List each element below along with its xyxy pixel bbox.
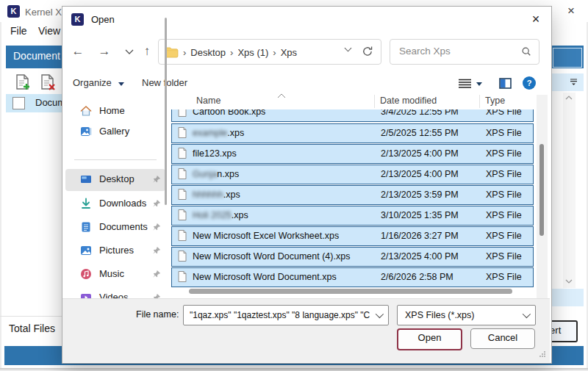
search-icon[interactable] (521, 46, 531, 57)
column-type[interactable]: Type (485, 96, 505, 106)
file-type-value: XPS Files (*.xps) (405, 310, 474, 320)
file-name: New Microsoft Word Document.xps (193, 272, 337, 282)
file-name-combobox[interactable]: "1qaz.xps" "1qaztest.xps" "8 language.xp… (183, 305, 389, 325)
file-row[interactable]: New Microsoft Word Document (4).xps2/13/… (171, 247, 534, 267)
breadcrumb-item[interactable]: Xps (281, 47, 297, 58)
up-icon[interactable]: ↑ (137, 42, 157, 61)
recent-locations-icon[interactable] (120, 42, 139, 61)
file-name-text: Cartoon Book.xps (193, 109, 265, 117)
preview-pane-icon[interactable] (499, 77, 512, 90)
file-type-dropdown[interactable]: XPS Files (*.xps) (397, 305, 536, 325)
sidebar-scrollbar[interactable] (165, 18, 167, 205)
search-placeholder: Search Xps (399, 46, 451, 57)
organize-dropdown-icon[interactable] (118, 82, 124, 86)
sidebar-item-videos[interactable]: Videos (65, 287, 165, 298)
music-icon (80, 268, 92, 280)
help-icon[interactable]: ? (523, 76, 536, 90)
app-close-icon[interactable]: × (561, 3, 581, 19)
breadcrumb-item[interactable]: Xps (1) (237, 47, 268, 58)
open-button[interactable]: Open (397, 328, 462, 350)
dialog-close-icon[interactable]: × (524, 9, 548, 29)
file-row[interactable]: New Microsoft Excel Worksheet.xps1/16/20… (171, 226, 534, 246)
refresh-icon[interactable] (362, 46, 373, 57)
resize-grip-icon[interactable] (539, 350, 546, 358)
file-row[interactable]: example.xps2/5/2025 12:55 PMXPS File (171, 123, 534, 143)
view-dropdown-icon[interactable] (476, 82, 482, 86)
file-name-text: n.xps (217, 169, 239, 179)
sidebar-item-music[interactable]: Music (65, 264, 165, 284)
sidebar-item-downloads[interactable]: Downloads (65, 193, 165, 214)
forward-icon[interactable]: → (95, 42, 114, 61)
scroll-down-icon[interactable] (565, 279, 573, 285)
column-divider[interactable] (374, 95, 375, 108)
menu-view[interactable]: View (38, 25, 60, 37)
column-name[interactable]: Name (196, 96, 220, 106)
app-vertical-scrollbar[interactable] (563, 93, 576, 288)
file-row[interactable]: Holi 2025.xps3/10/2025 1:35 PMXPS File (171, 206, 534, 226)
column-divider[interactable] (479, 95, 480, 108)
list-horizontal-scrollbar[interactable] (189, 289, 512, 294)
header-action-button[interactable] (553, 48, 582, 68)
file-date-modified: 2/5/2025 12:55 PM (381, 128, 459, 138)
pin-icon (152, 246, 161, 255)
address-bar[interactable]: ›Desktop›Xps (1)›Xps (158, 39, 381, 65)
row-checkbox[interactable] (12, 97, 25, 109)
column-date-modified[interactable]: Date modified (380, 96, 437, 106)
file-date-modified: 3/10/2025 1:35 PM (381, 210, 459, 220)
sidebar-item-pictures[interactable]: Pictures (65, 240, 165, 261)
sidebar-item-label: Home (99, 105, 125, 116)
file-row[interactable]: New Microsoft Word Document.xps2/6/2026 … (171, 267, 534, 287)
sidebar-item-label: Documents (99, 221, 148, 232)
file-name-text: .xps (232, 210, 248, 220)
breadcrumb-item[interactable]: Desktop (190, 47, 226, 58)
file-row[interactable]: file123.xps2/13/2025 4:00 PMXPS File (171, 144, 534, 164)
organize-button[interactable]: Organize (73, 77, 112, 88)
file-type: XPS File (486, 210, 522, 220)
file-icon (178, 109, 187, 117)
redacted-text: example (193, 128, 227, 138)
sidebar-item-label: Videos (99, 292, 129, 298)
cancel-button[interactable]: Cancel (470, 328, 535, 349)
column-options-icon[interactable] (569, 77, 578, 87)
file-type: XPS File (486, 272, 522, 282)
file-name: Holi 2025.xps (193, 210, 248, 220)
file-name-text: New Microsoft Excel Worksheet.xps (193, 231, 339, 241)
back-icon[interactable]: ← (68, 42, 87, 61)
address-dropdown-icon[interactable] (344, 47, 352, 52)
sidebar-item-documents[interactable]: Documents (65, 217, 165, 237)
menu-file[interactable]: File (10, 25, 27, 37)
file-name: New Microsoft Excel Worksheet.xps (193, 231, 339, 241)
sidebar-item-label: Gallery (99, 126, 129, 137)
sidebar-item-gallery[interactable]: Gallery (65, 121, 165, 142)
add-file-icon[interactable] (15, 73, 31, 91)
pin-icon (152, 199, 161, 208)
pictures-icon (80, 245, 92, 256)
chevron-down-icon[interactable] (523, 310, 531, 318)
file-type: XPS File (486, 128, 522, 138)
total-files-label: Total Files (9, 323, 55, 334)
file-row[interactable]: Gunjan.xps2/13/2025 4:00 PMXPS File (171, 165, 534, 184)
file-icon (178, 209, 187, 220)
list-scrollbar-thumb[interactable] (539, 144, 544, 236)
file-row[interactable]: Cartoon Book.xps3/4/2025 12:55 PMXPS Fil… (171, 109, 534, 122)
dialog-footer: File name: "1qaz.xps" "1qaztest.xps" "8 … (62, 298, 550, 362)
search-input[interactable]: Search Xps (390, 39, 539, 65)
file-date-modified: 2/13/2025 4:00 PM (381, 148, 459, 159)
chevron-down-icon[interactable] (376, 310, 384, 318)
view-mode-icon[interactable] (458, 79, 472, 89)
home-icon (80, 105, 92, 117)
remove-file-icon[interactable] (40, 73, 56, 91)
file-name-text: New Microsoft Word Document.xps (193, 272, 337, 282)
videos-icon (80, 292, 92, 298)
scroll-up-icon[interactable] (565, 96, 573, 101)
desktop-icon (80, 173, 92, 185)
downloads-icon (80, 198, 92, 209)
file-row[interactable]: hhhhhh.xps2/13/2025 3:59 PMXPS File (171, 185, 534, 205)
sidebar-item-desktop[interactable]: Desktop (65, 169, 165, 191)
file-icon (178, 127, 187, 138)
file-name: hhhhhh.xps (193, 190, 240, 200)
file-date-modified: 2/13/2025 3:59 PM (381, 190, 459, 200)
dialog-logo-icon: K (71, 13, 84, 26)
sidebar-item-home[interactable]: Home (65, 101, 165, 121)
file-icon (178, 251, 187, 262)
